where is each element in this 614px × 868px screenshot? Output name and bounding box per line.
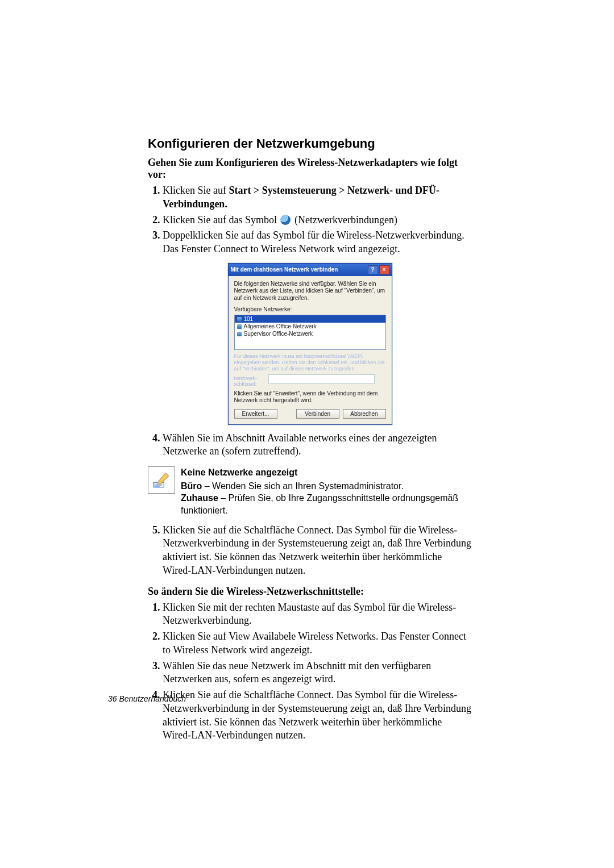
step-3: Doppelklicken Sie auf das Symbol für die… bbox=[163, 229, 472, 256]
network-item-supervisor[interactable]: Supervisor Office-Netzwerk bbox=[235, 330, 385, 337]
wireless-dialog: Mit dem drahtlosen Netzwerk verbinden ? … bbox=[228, 263, 392, 425]
step-1: Klicken Sie auf Start > Systemsteuerung … bbox=[163, 184, 472, 211]
network-item-label: 101 bbox=[244, 316, 254, 322]
network-item-general[interactable]: Allgemeines Office-Netzwerk bbox=[235, 323, 385, 330]
pencil-note-icon bbox=[152, 470, 171, 490]
note-buro-text: – Wenden Sie sich an Ihren Systemadminis… bbox=[202, 481, 404, 491]
network-item-label: Allgemeines Office-Netzwerk bbox=[244, 323, 317, 329]
available-networks-label: Verfügbare Netzwerke: bbox=[234, 306, 386, 312]
step-1-pre: Klicken Sie auf bbox=[163, 185, 229, 196]
procedure-list-1: Klicken Sie auf Start > Systemsteuerung … bbox=[163, 184, 472, 256]
wifi-icon bbox=[237, 324, 242, 329]
help-button[interactable]: ? bbox=[368, 265, 378, 274]
step2-2: Klicken Sie auf View Availabele Wireless… bbox=[163, 630, 472, 657]
note-text: Keine Netzwerke angezeigt Büro – Wenden … bbox=[181, 466, 472, 516]
content-area: Konfigurieren der Netzwerkumgebung Gehen… bbox=[148, 136, 472, 742]
page-footer: 36 Benutzerhandbuch bbox=[108, 694, 186, 703]
note-title: Keine Netzwerke angezeigt bbox=[181, 466, 472, 479]
step-2-post: (Netzwerkverbindungen) bbox=[292, 214, 397, 226]
step-2: Klicken Sie auf das Symbol (Netzwerkverb… bbox=[163, 214, 472, 227]
page: Konfigurieren der Netzwerkumgebung Gehen… bbox=[0, 0, 614, 868]
note-buro-label: Büro bbox=[181, 481, 202, 491]
network-globe-icon bbox=[280, 215, 291, 225]
note-block: Keine Netzwerke angezeigt Büro – Wenden … bbox=[148, 466, 472, 516]
procedure-list-2: Klicken Sie mit der rechten Maustaste au… bbox=[163, 601, 472, 743]
advanced-note: Klicken Sie auf "Erweitert", wenn die Ve… bbox=[234, 390, 386, 404]
network-listbox[interactable]: 101 Allgemeines Office-Netzwerk Supervis… bbox=[234, 315, 386, 350]
cancel-button[interactable]: Abbrechen bbox=[343, 409, 386, 419]
step2-4: Klicken Sie auf die Schaltfläche Connect… bbox=[163, 688, 472, 742]
wep-instruction: Für dieses Netzwerk muss ein Netzwerksch… bbox=[234, 353, 386, 372]
step-5: Klicken Sie auf die Schaltfläche Connect… bbox=[163, 524, 472, 578]
close-button[interactable]: × bbox=[379, 265, 389, 274]
procedure-list-1b: Wählen Sie im Abschnitt Available networ… bbox=[163, 432, 472, 459]
note-zuhause-label: Zuhause bbox=[181, 493, 218, 503]
wifi-icon bbox=[237, 332, 242, 336]
section-heading: Konfigurieren der Netzwerkumgebung bbox=[148, 136, 472, 151]
note-line-buro: Büro – Wenden Sie sich an Ihren Systemad… bbox=[181, 480, 472, 493]
step-4: Wählen Sie im Abschnitt Available networ… bbox=[163, 432, 472, 459]
network-item-label: Supervisor Office-Netzwerk bbox=[244, 331, 313, 337]
connect-button[interactable]: Verbinden bbox=[296, 409, 339, 419]
note-icon bbox=[148, 466, 175, 494]
dialog-body: Die folgenden Netzwerke sind verfügbar. … bbox=[229, 276, 392, 424]
avail-label-text: Verfügbare Netzwerke: bbox=[234, 306, 292, 312]
procedure-list-1c: Klicken Sie auf die Schaltfläche Connect… bbox=[163, 524, 472, 578]
network-key-input[interactable] bbox=[268, 374, 375, 384]
note-zuhause-text: – Prüfen Sie, ob Ihre Zugangsschnittstel… bbox=[181, 493, 458, 515]
network-key-label: Netzwerk-schlüssel: bbox=[234, 375, 267, 387]
step-2-pre: Klicken Sie auf das Symbol bbox=[163, 214, 279, 226]
step2-1: Klicken Sie mit der rechten Maustaste au… bbox=[163, 601, 472, 628]
intro-line: Gehen Sie zum Konfigurieren des Wireless… bbox=[148, 157, 472, 181]
advanced-button[interactable]: Erweitert... bbox=[234, 409, 277, 419]
step2-3: Wählen Sie das neue Netzwerk im Abschnit… bbox=[163, 660, 472, 687]
dialog-button-row: Erweitert... Verbinden Abbrechen bbox=[234, 409, 386, 419]
dialog-instructions: Die folgenden Netzwerke sind verfügbar. … bbox=[234, 281, 386, 302]
network-item-101[interactable]: 101 bbox=[235, 315, 385, 323]
sub-heading: So ändern Sie die Wireless-Netzwerkschni… bbox=[148, 586, 472, 598]
wifi-icon bbox=[237, 317, 242, 322]
dialog-title: Mit dem drahtlosen Netzwerk verbinden bbox=[231, 266, 367, 273]
dialog-titlebar: Mit dem drahtlosen Netzwerk verbinden ? … bbox=[229, 264, 392, 276]
note-line-zuhause: Zuhause – Prüfen Sie, ob Ihre Zugangssch… bbox=[181, 492, 472, 516]
